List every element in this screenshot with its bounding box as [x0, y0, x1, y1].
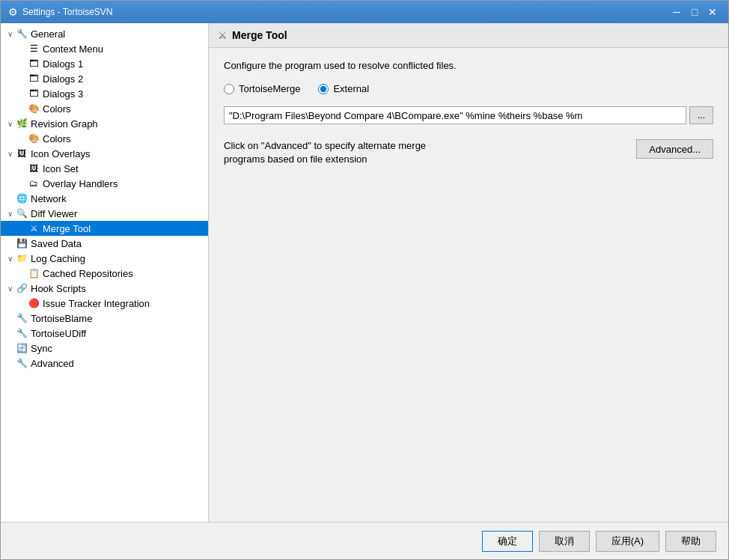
- tree-item-label-hook-scripts: Hook Scripts: [31, 283, 86, 294]
- tree-item-label-icon-set: Icon Set: [43, 163, 79, 174]
- tree-item-network[interactable]: 🌐Network: [1, 191, 208, 206]
- tree-item-icon-overlays[interactable]: ∨🖼Icon Overlays: [1, 146, 208, 161]
- section-header-title: Merge Tool: [232, 29, 287, 41]
- tree-item-icon-network: 🌐: [16, 192, 28, 204]
- content-area: ∨🔧General☰Context Menu🗔Dialogs 1🗔Dialogs…: [1, 23, 728, 522]
- section-header: ⚔ Merge Tool: [209, 23, 728, 48]
- tree-item-icon-tortoise-udiff: 🔧: [16, 327, 28, 339]
- radio-tortoise-merge-input[interactable]: [224, 84, 234, 94]
- tree-item-label-tortoise-udiff: TortoiseUDiff: [31, 328, 86, 339]
- advanced-button[interactable]: Advanced...: [636, 139, 713, 159]
- expand-icon-icon-overlays: ∨: [4, 147, 16, 159]
- tree-item-general[interactable]: ∨🔧General: [1, 26, 208, 41]
- help-button[interactable]: 帮助: [665, 531, 716, 552]
- tree-item-icon-rg-colors: 🎨: [28, 133, 40, 144]
- expand-icon-hook-scripts: ∨: [4, 282, 16, 294]
- tree-item-merge-tool[interactable]: ⚔Merge Tool: [1, 221, 208, 236]
- tree-item-log-caching[interactable]: ∨📁Log Caching: [1, 251, 208, 266]
- close-button[interactable]: ✕: [704, 4, 721, 19]
- tree-item-icon-set[interactable]: 🖼Icon Set: [1, 161, 208, 176]
- tree-item-label-overlay-handlers: Overlay Handlers: [43, 178, 118, 189]
- tree-item-label-revision-graph: Revision Graph: [31, 118, 98, 130]
- tree-item-label-merge-tool: Merge Tool: [43, 223, 91, 234]
- expand-icon-revision-graph: ∨: [4, 118, 16, 130]
- tree-item-dialogs2[interactable]: 🗔Dialogs 2: [1, 71, 208, 86]
- tree-item-icon-context-menu: ☰: [28, 43, 40, 55]
- tree-item-label-dialogs1: Dialogs 1: [43, 58, 83, 70]
- tree-item-saved-data[interactable]: 💾Saved Data: [1, 236, 208, 251]
- right-panel: ⚔ Merge Tool Configure the program used …: [209, 23, 728, 522]
- tree-item-icon-sync: 🔄: [16, 342, 28, 354]
- tree-item-label-sync: Sync: [31, 343, 52, 354]
- tree-item-label-diff-viewer: Diff Viewer: [31, 208, 77, 219]
- tree-item-label-advanced: Advanced: [31, 358, 74, 369]
- tree-item-icon-dialogs2: 🗔: [28, 73, 40, 85]
- tree-item-icon-dialogs3: 🗔: [28, 88, 40, 100]
- tree-item-label-rg-colors: Colors: [43, 133, 71, 144]
- minimize-button[interactable]: ─: [668, 4, 685, 19]
- tree-item-icon-tortoise-blame: 🔧: [16, 312, 28, 324]
- tree-item-label-tortoise-blame: TortoiseBlame: [31, 313, 92, 324]
- settings-tree: ∨🔧General☰Context Menu🗔Dialogs 1🗔Dialogs…: [1, 23, 209, 522]
- tree-item-icon-icon-overlays: 🖼: [16, 147, 28, 159]
- tree-item-label-general: General: [31, 28, 65, 40]
- tree-item-icon-saved-data: 💾: [16, 237, 28, 249]
- tree-item-label-dialogs3: Dialogs 3: [43, 88, 83, 100]
- tree-item-cached-repos[interactable]: 📋Cached Repositories: [1, 266, 208, 281]
- tree-item-overlay-handlers[interactable]: 🗂Overlay Handlers: [1, 176, 208, 191]
- title-bar: ⚙ Settings - TortoiseSVN ─ □ ✕: [1, 1, 728, 23]
- tree-item-label-cached-repos: Cached Repositories: [43, 268, 133, 279]
- tree-item-dialogs3[interactable]: 🗔Dialogs 3: [1, 86, 208, 101]
- window-title: Settings - TortoiseSVN: [22, 7, 113, 17]
- expand-icon-general: ∨: [4, 28, 16, 40]
- tree-item-context-menu[interactable]: ☰Context Menu: [1, 41, 208, 56]
- advanced-description: Click on "Advanced" to specify alternate…: [224, 139, 426, 166]
- tree-item-rg-colors[interactable]: 🎨Colors: [1, 131, 208, 146]
- tree-item-revision-graph[interactable]: ∨🌿Revision Graph: [1, 116, 208, 131]
- tree-item-icon-advanced: 🔧: [16, 357, 28, 369]
- browse-button[interactable]: ...: [689, 106, 713, 124]
- tree-item-tortoise-blame[interactable]: 🔧TortoiseBlame: [1, 311, 208, 326]
- tree-item-icon-cached-repos: 📋: [28, 267, 40, 279]
- apply-button[interactable]: 应用(A): [596, 531, 659, 552]
- tree-item-label-colors: Colors: [43, 103, 71, 115]
- tree-item-label-log-caching: Log Caching: [31, 253, 85, 264]
- bottom-bar: 确定 取消 应用(A) 帮助: [1, 522, 728, 559]
- tree-item-hook-scripts[interactable]: ∨🔗Hook Scripts: [1, 281, 208, 296]
- tree-item-icon-issue-tracker: 🔴: [28, 297, 40, 309]
- description-text: Configure the program used to resolve co…: [224, 60, 713, 71]
- section-header-icon: ⚔: [218, 29, 228, 41]
- tree-item-icon-diff-viewer: 🔍: [16, 207, 28, 219]
- tree-item-icon-hook-scripts: 🔗: [16, 282, 28, 294]
- tree-item-issue-tracker[interactable]: 🔴Issue Tracker Integration: [1, 296, 208, 311]
- tree-item-label-context-menu: Context Menu: [43, 43, 103, 55]
- tree-item-tortoise-udiff[interactable]: 🔧TortoiseUDiff: [1, 326, 208, 341]
- settings-window: ⚙ Settings - TortoiseSVN ─ □ ✕ ∨🔧General…: [0, 0, 729, 560]
- section-content: Configure the program used to resolve co…: [209, 48, 728, 522]
- cancel-button[interactable]: 取消: [539, 531, 590, 552]
- radio-tortoise-merge[interactable]: TortoiseMerge: [224, 83, 300, 94]
- path-row: ...: [224, 106, 713, 124]
- tree-item-icon-icon-set: 🖼: [28, 162, 40, 174]
- radio-external-label: External: [333, 83, 369, 94]
- radio-group: TortoiseMerge External: [224, 83, 713, 94]
- tree-item-icon-general: 🔧: [16, 28, 28, 40]
- tree-item-dialogs1[interactable]: 🗔Dialogs 1: [1, 56, 208, 71]
- tree-item-diff-viewer[interactable]: ∨🔍Diff Viewer: [1, 206, 208, 221]
- radio-external-input[interactable]: [318, 84, 329, 94]
- ok-button[interactable]: 确定: [482, 531, 533, 552]
- tree-item-icon-colors: 🎨: [28, 103, 40, 115]
- tree-item-icon-log-caching: 📁: [16, 252, 28, 264]
- tree-item-icon-overlay-handlers: 🗂: [28, 177, 40, 189]
- path-input[interactable]: [224, 106, 686, 124]
- advanced-row: Click on "Advanced" to specify alternate…: [224, 139, 713, 166]
- title-bar-left: ⚙ Settings - TortoiseSVN: [8, 6, 113, 18]
- radio-external[interactable]: External: [318, 83, 369, 94]
- tree-item-sync[interactable]: 🔄Sync: [1, 341, 208, 356]
- tree-item-colors[interactable]: 🎨Colors: [1, 101, 208, 116]
- tree-item-icon-merge-tool: ⚔: [28, 222, 40, 234]
- tree-item-label-issue-tracker: Issue Tracker Integration: [43, 298, 150, 309]
- maximize-button[interactable]: □: [686, 4, 703, 19]
- tree-item-label-saved-data: Saved Data: [31, 238, 82, 249]
- tree-item-advanced[interactable]: 🔧Advanced: [1, 356, 208, 371]
